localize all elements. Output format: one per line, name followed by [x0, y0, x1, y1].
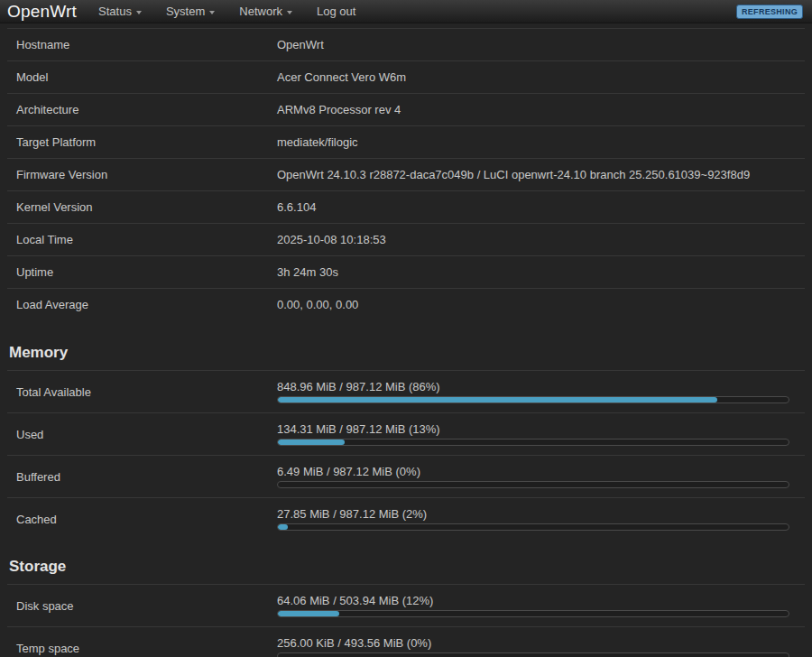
table-row: Load Average 0.00, 0.00, 0.00	[7, 288, 805, 320]
table-row: Cached 27.85 MiB / 987.12 MiB (2%)	[7, 497, 805, 540]
section-title-memory: Memory	[7, 344, 805, 371]
row-label: Load Average	[7, 298, 277, 311]
row-value: 6.6.104	[277, 200, 316, 214]
table-row: Buffered 6.49 MiB / 987.12 MiB (0%)	[7, 455, 805, 497]
section-title-storage: Storage	[7, 558, 805, 585]
main-nav: Status System Network Log out	[98, 5, 380, 18]
progress-fill	[278, 440, 345, 445]
menu-status-label: Status	[98, 5, 132, 18]
row-label: Local Time	[7, 233, 277, 246]
progress-text: 6.49 MiB / 987.12 MiB (0%)	[277, 465, 789, 478]
row-label: Uptime	[7, 265, 277, 279]
progress-text: 256.00 KiB / 493.56 MiB (0%)	[277, 636, 789, 650]
row-label: Disk space	[7, 599, 277, 613]
progress-bar	[277, 481, 789, 488]
memory-table: Total Available 848.96 MiB / 987.12 MiB …	[7, 371, 805, 540]
menu-system-label: System	[166, 5, 205, 18]
row-label: Kernel Version	[7, 200, 277, 214]
chevron-down-icon	[287, 11, 292, 14]
menu-system[interactable]: System	[166, 5, 215, 18]
row-value: ARMv8 Processor rev 4	[277, 103, 401, 116]
table-row: Uptime 3h 24m 30s	[7, 255, 805, 288]
table-row: Target Platform mediatek/filogic	[7, 125, 805, 158]
row-value: 2025-10-08 10:18:53	[277, 233, 386, 246]
progress-fill	[278, 611, 339, 616]
row-label: Total Available	[7, 385, 277, 399]
row-value: mediatek/filogic	[277, 135, 358, 149]
row-label: Hostname	[7, 38, 277, 51]
table-row: Architecture ARMv8 Processor rev 4	[7, 93, 805, 125]
storage-table: Disk space 64.06 MiB / 503.94 MiB (12%) …	[7, 585, 805, 657]
progress-bar	[277, 439, 789, 446]
menu-network[interactable]: Network	[239, 5, 292, 18]
app-title: OpenWrt	[7, 0, 77, 23]
table-row: Disk space 64.06 MiB / 503.94 MiB (12%)	[7, 585, 805, 626]
row-label: Cached	[7, 513, 277, 526]
progress-bar	[277, 523, 789, 531]
table-row: Hostname OpenWrt	[7, 28, 805, 60]
row-label: Temp space	[7, 642, 277, 655]
progress-fill	[278, 397, 717, 403]
table-row: Used 134.31 MiB / 987.12 MiB (13%)	[7, 412, 805, 455]
menu-logout[interactable]: Log out	[317, 5, 355, 18]
row-label: Model	[7, 70, 277, 84]
row-value: OpenWrt	[277, 38, 324, 51]
progress-fill	[278, 524, 288, 530]
row-label: Buffered	[7, 470, 277, 484]
chevron-down-icon	[209, 11, 215, 14]
table-row: Kernel Version 6.6.104	[7, 190, 805, 223]
chevron-down-icon	[136, 11, 142, 14]
row-value: 0.00, 0.00, 0.00	[277, 298, 358, 311]
row-value: 3h 24m 30s	[277, 265, 338, 279]
progress-bar	[277, 610, 789, 617]
menu-status[interactable]: Status	[98, 5, 142, 18]
row-label: Firmware Version	[7, 168, 277, 181]
row-value: Acer Connect Vero W6m	[277, 70, 406, 84]
row-value: OpenWrt 24.10.3 r28872-daca7c049b / LuCI…	[277, 168, 750, 181]
progress-text: 27.85 MiB / 987.12 MiB (2%)	[277, 507, 789, 521]
progress-text: 848.96 MiB / 987.12 MiB (86%)	[277, 380, 789, 393]
menu-logout-label: Log out	[317, 5, 355, 18]
progress-text: 64.06 MiB / 503.94 MiB (12%)	[277, 594, 789, 607]
progress-bar	[277, 396, 789, 403]
table-row: Model Acer Connect Vero W6m	[7, 60, 805, 93]
row-label: Architecture	[7, 103, 277, 116]
table-row: Total Available 848.96 MiB / 987.12 MiB …	[7, 371, 805, 412]
refresh-status-badge[interactable]: REFRESHING	[736, 5, 803, 19]
table-row: Firmware Version OpenWrt 24.10.3 r28872-…	[7, 158, 805, 190]
menu-network-label: Network	[239, 5, 282, 18]
progress-bar	[277, 652, 789, 657]
table-row: Local Time 2025-10-08 10:18:53	[7, 223, 805, 255]
status-page: Hostname OpenWrt Model Acer Connect Vero…	[0, 28, 812, 657]
table-row: Temp space 256.00 KiB / 493.56 MiB (0%)	[7, 626, 805, 657]
row-label: Target Platform	[7, 135, 277, 149]
system-info-table: Hostname OpenWrt Model Acer Connect Vero…	[7, 28, 805, 320]
progress-text: 134.31 MiB / 987.12 MiB (13%)	[277, 422, 789, 436]
row-label: Used	[7, 428, 277, 441]
header: OpenWrt Status System Network Log out RE…	[0, 0, 812, 23]
